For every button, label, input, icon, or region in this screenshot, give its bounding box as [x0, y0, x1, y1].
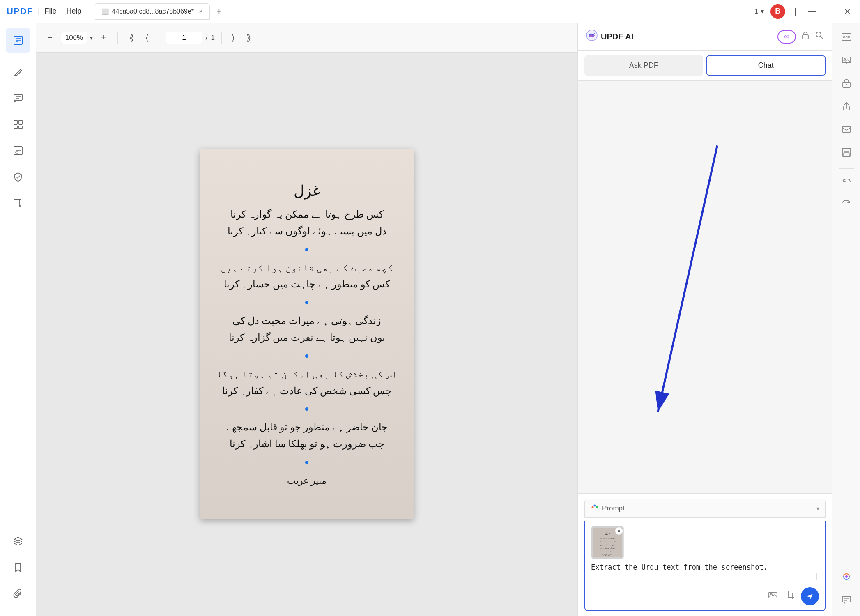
- svg-rect-19: [803, 35, 808, 39]
- chat-panel-button[interactable]: [838, 591, 855, 611]
- undo-button[interactable]: [839, 174, 854, 192]
- toolbar-protect-btn[interactable]: [6, 165, 30, 189]
- prompt-input-area[interactable]: × غزل کس طرح ہوتا ہے دل میں بستے ہوئے کچ…: [584, 521, 826, 611]
- title-bar: UPDF | File Help ⬜ 44ca5a0fcd8...8ac78b0…: [0, 0, 860, 23]
- left-toolbar: [0, 23, 36, 616]
- add-tab-button[interactable]: +: [213, 6, 225, 17]
- ai-assistant-button[interactable]: [837, 568, 855, 588]
- toolbar-sep-2: [159, 32, 159, 44]
- verse-line-5b: جب ضرورت ہو تو پھلکا سا اشارہ کرنا: [226, 436, 388, 453]
- toolbar-convert-btn[interactable]: [6, 191, 30, 216]
- zoom-dropdown-icon[interactable]: ▾: [90, 34, 93, 41]
- lock-button[interactable]: [801, 31, 810, 42]
- prompt-text-input[interactable]: [591, 563, 812, 579]
- page-input[interactable]: [166, 32, 202, 44]
- share-button[interactable]: [838, 98, 855, 117]
- toolbar-edit-btn[interactable]: [6, 60, 30, 84]
- menu-help[interactable]: Help: [67, 7, 82, 16]
- toolbar-attachment-btn[interactable]: [6, 582, 30, 606]
- send-button[interactable]: [801, 587, 819, 605]
- image-attach-button[interactable]: [766, 588, 780, 604]
- prompt-icon: [591, 503, 599, 513]
- nav-prev-button[interactable]: ⟨: [142, 30, 152, 45]
- right-panel: UPDF AI ∞ Ask PDF Chat: [577, 23, 832, 616]
- active-tab[interactable]: ⬜ 44ca5a0fcd8...8ac78b069e* ✕: [95, 3, 210, 20]
- version-selector[interactable]: 1 ▾: [754, 7, 764, 15]
- svg-point-44: [846, 84, 847, 85]
- redo-button[interactable]: [839, 195, 854, 213]
- svg-rect-15: [16, 152, 18, 153]
- verse-separator-4: [305, 407, 308, 411]
- search-button[interactable]: [815, 31, 824, 42]
- prompt-header: Prompt ▾: [584, 499, 826, 518]
- crop-button[interactable]: [784, 588, 797, 604]
- menu-file[interactable]: File: [45, 7, 57, 16]
- export-image-button[interactable]: [838, 52, 855, 71]
- svg-line-21: [821, 37, 823, 39]
- protect-pdf-button[interactable]: [838, 75, 855, 94]
- verse-line-1b: دل میں بستے ہوئے لوگوں سے کنارہ کرنا: [228, 223, 386, 240]
- verse-line-4b: جس کسی شخص کی عادت ہے کفارہ کرنا: [216, 383, 397, 400]
- toolbar-bookmark-btn[interactable]: [6, 555, 30, 580]
- toolbar-comment-btn[interactable]: [6, 86, 30, 110]
- chat-tab[interactable]: Chat: [706, 55, 826, 76]
- zoom-value[interactable]: 100%: [61, 32, 87, 44]
- prompt-attachment-1: × غزل کس طرح ہوتا ہے دل میں بستے ہوئے کچ…: [591, 526, 624, 559]
- svg-text:کس طرح ہوتا ہے: کس طرح ہوتا ہے: [600, 537, 615, 539]
- infinity-symbol: ∞: [784, 32, 789, 41]
- tab-close-button[interactable]: ✕: [199, 9, 203, 14]
- nav-last-button[interactable]: ⟫: [243, 30, 254, 45]
- infinity-button[interactable]: ∞: [777, 30, 796, 44]
- app-logo: UPDF: [7, 6, 33, 17]
- pdf-area: − 100% ▾ + ⟪ ⟨ / 1 ⟩ ⟫: [36, 23, 577, 616]
- chat-area[interactable]: [578, 81, 832, 493]
- toolbar-organize-btn[interactable]: [6, 112, 30, 137]
- arrow-annotation: [578, 81, 832, 493]
- email-button[interactable]: [838, 121, 855, 140]
- toolbar-layers-btn[interactable]: [6, 529, 30, 554]
- toolbar-reader-btn[interactable]: [6, 28, 30, 53]
- nav-first-button[interactable]: ⟪: [126, 30, 137, 45]
- user-avatar[interactable]: B: [770, 4, 785, 19]
- page-nav: / 1: [166, 32, 215, 44]
- verse-line-2a: کچھ محبت کے بھی قانون ہوا کرتے ہیں: [221, 260, 393, 276]
- zoom-in-button[interactable]: +: [98, 30, 109, 45]
- minimize-button[interactable]: —: [805, 7, 819, 16]
- prompt-scroll-bar: │: [815, 573, 819, 579]
- verse-line-1a: کس طرح ہوتا ہے ممکن یہ گوارہ کرنا: [228, 206, 386, 223]
- svg-rect-51: [842, 596, 851, 602]
- poem-container: غزل کس طرح ہوتا ہے ممکن یہ گوارہ کرنا دل…: [208, 182, 405, 486]
- svg-rect-11: [19, 126, 22, 129]
- poem-verse-1: کس طرح ہوتا ہے ممکن یہ گوارہ کرنا دل میں…: [228, 206, 386, 240]
- page-total: 1: [211, 34, 215, 42]
- nav-next-button[interactable]: ⟩: [228, 30, 238, 45]
- svg-rect-48: [844, 153, 849, 156]
- verse-separator-2: [305, 301, 308, 304]
- save-button[interactable]: [838, 144, 855, 163]
- svg-text:کس کو منظور ہے: کس کو منظور ہے: [600, 547, 615, 549]
- poem-verse-3: زندگی ہوتی ہے میراث محبت دل کی یوں نہیں …: [229, 313, 385, 346]
- attachment-close-button[interactable]: ×: [615, 527, 623, 535]
- toolbar-fill-btn[interactable]: [6, 138, 30, 163]
- verse-line-5a: جان حاضر ہے منظور جو تو قابل سمجھے: [226, 419, 388, 436]
- svg-text:زندگی ہوتی ہے: زندگی ہوتی ہے: [600, 550, 615, 552]
- ask-pdf-tab[interactable]: Ask PDF: [584, 55, 703, 76]
- svg-rect-10: [14, 126, 17, 129]
- maximize-button[interactable]: □: [825, 7, 835, 16]
- svg-rect-35: [769, 592, 777, 598]
- prompt-dropdown-arrow[interactable]: ▾: [816, 505, 819, 512]
- ocr-button[interactable]: OCR: [837, 28, 855, 48]
- prompt-text-row: │: [591, 563, 819, 579]
- svg-point-24: [592, 506, 594, 508]
- svg-rect-16: [14, 200, 19, 207]
- zoom-out-button[interactable]: −: [44, 30, 56, 45]
- far-right-toolbar: OCR: [832, 23, 860, 616]
- updf-ai-logo: UPDF AI: [586, 30, 633, 44]
- toolbar-sep-3: [221, 32, 222, 44]
- pdf-page: غزل کس طرح ہوتا ہے ممکن یہ گوارہ کرنا دل…: [200, 149, 414, 519]
- close-button[interactable]: ✕: [842, 7, 853, 16]
- poem-verse-4: اس کی بخشش کا بھی امکان تو ہوتا ہوگا جس …: [216, 366, 397, 400]
- verse-separator-3: [305, 354, 308, 358]
- poem-verse-2: کچھ محبت کے بھی قانون ہوا کرتے ہیں کس کو…: [221, 260, 393, 293]
- window-controls: 1 ▾ B | — □ ✕: [754, 4, 853, 19]
